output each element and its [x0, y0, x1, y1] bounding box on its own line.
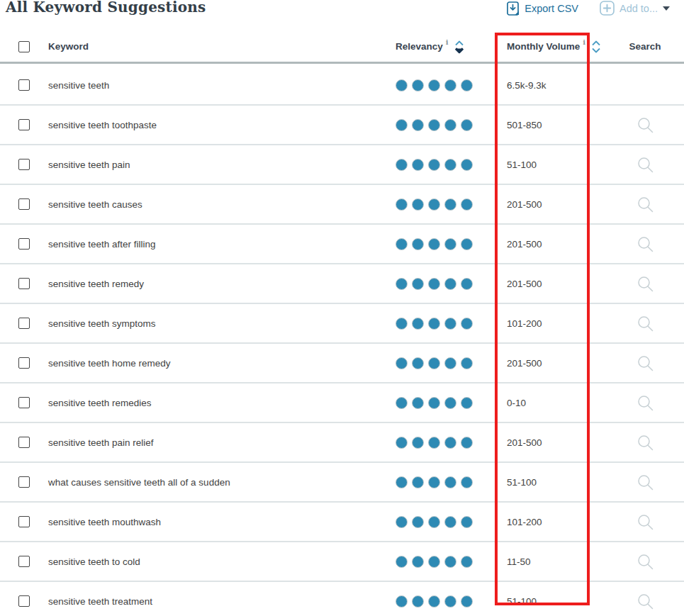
relevancy-dot: [396, 397, 408, 409]
relevancy-dot: [412, 318, 424, 330]
search-icon[interactable]: [637, 434, 654, 451]
relevancy-dot: [444, 595, 456, 607]
keyword-text: sensitive teeth: [48, 80, 109, 91]
row-checkbox[interactable]: [18, 556, 30, 567]
keyword-text: sensitive teeth pain relief: [48, 437, 154, 448]
row-checkbox[interactable]: [18, 437, 30, 448]
table-row: sensitive teeth treatment 51-100: [0, 582, 684, 616]
caret-down-icon: [663, 6, 670, 11]
relevancy-dot: [396, 595, 408, 607]
table-row: sensitive teeth after filling 201-500: [0, 225, 684, 264]
monthly-volume-value: 201-500: [507, 239, 542, 250]
monthly-volume-info-icon[interactable]: i: [583, 38, 585, 46]
relevancy-dot: [412, 119, 424, 131]
add-to-button[interactable]: Add to...: [600, 1, 670, 16]
relevancy-info-icon[interactable]: i: [446, 38, 449, 46]
relevancy-dots: [386, 516, 482, 528]
table-row: sensitive teeth toothpaste 501-850: [0, 106, 684, 145]
page-title: All Keyword Suggestions: [6, 0, 206, 16]
search-icon[interactable]: [637, 116, 654, 133]
row-checkbox[interactable]: [18, 119, 30, 130]
row-checkbox[interactable]: [18, 476, 30, 488]
relevancy-dot: [444, 278, 456, 290]
search-icon[interactable]: [637, 553, 654, 570]
table-row: sensitive teeth 6.5k-9.3k: [0, 66, 684, 106]
relevancy-dots: [386, 79, 482, 91]
monthly-volume-value: 0-10: [507, 398, 526, 408]
column-header-search: Search: [629, 41, 661, 52]
relevancy-dot: [444, 357, 456, 369]
relevancy-dot: [428, 79, 440, 91]
row-checkbox[interactable]: [18, 159, 30, 170]
search-icon[interactable]: [637, 593, 654, 610]
row-checkbox[interactable]: [18, 516, 30, 527]
relevancy-dot: [461, 595, 473, 607]
keyword-text: sensitive teeth toothpaste: [48, 120, 157, 130]
relevancy-dot: [396, 278, 408, 290]
relevancy-dot: [461, 357, 473, 369]
relevancy-dot: [428, 238, 440, 250]
row-checkbox[interactable]: [18, 278, 30, 289]
relevancy-dots: [386, 476, 482, 488]
relevancy-dot: [396, 119, 408, 131]
relevancy-dot: [396, 198, 408, 211]
select-all-checkbox[interactable]: [18, 41, 30, 52]
relevancy-dot: [412, 278, 424, 290]
row-checkbox[interactable]: [18, 79, 30, 91]
relevancy-dot: [428, 159, 440, 171]
keyword-text: sensitive teeth mouthwash: [48, 517, 161, 527]
relevancy-dot: [428, 595, 440, 607]
row-checkbox[interactable]: [18, 238, 30, 250]
monthly-volume-value: 51-100: [507, 159, 537, 170]
relevancy-dot: [412, 79, 424, 91]
search-icon[interactable]: [637, 315, 654, 332]
relevancy-dot: [461, 159, 473, 171]
search-icon[interactable]: [637, 354, 654, 371]
search-icon[interactable]: [637, 235, 654, 252]
toolbar: Export CSV Add to...: [507, 1, 670, 16]
relevancy-dot: [461, 318, 473, 330]
row-checkbox[interactable]: [18, 397, 30, 408]
relevancy-dot: [428, 516, 440, 528]
search-icon[interactable]: [637, 474, 654, 491]
search-icon[interactable]: [637, 275, 654, 292]
export-csv-label: Export CSV: [525, 3, 578, 14]
keyword-text: sensitive teeth causes: [48, 199, 142, 210]
monthly-volume-value: 201-500: [507, 437, 542, 448]
relevancy-dot: [444, 397, 456, 409]
table-row: what causes sensitive teeth all of a sud…: [0, 463, 684, 503]
search-icon[interactable]: [637, 156, 654, 173]
table-row: sensitive teeth pain 51-100: [0, 145, 684, 185]
keyword-text: sensitive teeth remedies: [48, 398, 152, 408]
row-checkbox[interactable]: [18, 595, 30, 607]
table-row: sensitive teeth remedies 0-10: [0, 383, 684, 423]
relevancy-dot: [412, 397, 424, 409]
table-row: sensitive teeth to cold 11-50: [0, 542, 684, 582]
table-row: sensitive teeth symptoms 101-200: [0, 304, 684, 344]
monthly-volume-sort-icon[interactable]: [590, 39, 602, 55]
export-csv-button[interactable]: Export CSV: [507, 1, 578, 16]
relevancy-dots: [386, 437, 482, 449]
keyword-text: sensitive teeth to cold: [48, 556, 140, 567]
relevancy-dot: [444, 198, 456, 211]
column-header-relevancy: Relevancy: [396, 41, 443, 52]
row-checkbox[interactable]: [18, 318, 30, 329]
search-icon[interactable]: [637, 513, 654, 530]
relevancy-dot: [461, 516, 473, 528]
relevancy-dot: [396, 79, 408, 91]
row-checkbox[interactable]: [18, 357, 30, 369]
relevancy-dot: [461, 397, 473, 409]
search-icon[interactable]: [637, 196, 654, 213]
relevancy-dots: [386, 595, 482, 607]
relevancy-dot: [428, 476, 440, 488]
search-icon[interactable]: [637, 394, 654, 411]
relevancy-dot: [412, 437, 424, 449]
row-checkbox[interactable]: [18, 198, 30, 210]
keyword-text: what causes sensitive teeth all of a sud…: [48, 477, 230, 488]
download-document-icon: [507, 1, 519, 16]
monthly-volume-value: 101-200: [507, 318, 542, 329]
relevancy-dot: [428, 198, 440, 211]
relevancy-dot: [428, 278, 440, 290]
relevancy-sort-icon[interactable]: [454, 39, 465, 55]
relevancy-dot: [428, 318, 440, 330]
